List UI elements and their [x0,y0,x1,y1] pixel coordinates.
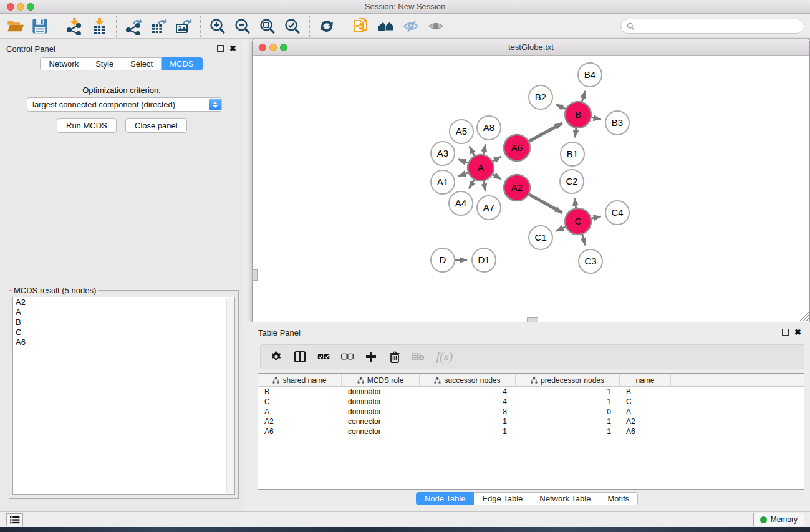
edge-C-C2[interactable] [574,198,576,208]
import-network-button[interactable] [62,15,87,37]
cell-successor-nodes[interactable]: 4 [420,387,516,397]
search-input[interactable] [638,20,804,32]
table-row[interactable]: Adominator80A [258,407,804,417]
cell-MCDS-role[interactable]: connector [342,417,420,427]
export-network-button[interactable] [121,15,146,37]
edge-A-A7[interactable] [483,181,485,191]
node-A4[interactable]: A4 [449,191,473,215]
node-C4[interactable]: C4 [605,201,629,225]
network-window-titlebar[interactable]: testGlobe.txt [253,39,809,56]
edge-A-A2[interactable] [493,175,501,179]
tab-motifs[interactable]: Motifs [599,492,638,505]
cell-name[interactable]: B [620,387,671,397]
edge-A2-C[interactable] [529,195,562,213]
first-neighbors-button[interactable] [374,15,398,37]
edge-C-C4[interactable] [592,216,601,218]
duplicate-network-button[interactable] [349,15,374,37]
cell-predecessor-nodes[interactable]: 1 [516,387,620,397]
cell-predecessor-nodes[interactable]: 0 [516,407,620,417]
node-B[interactable]: B [565,102,591,128]
cell-successor-nodes[interactable]: 8 [420,407,516,417]
delete-table-button[interactable] [407,346,430,368]
save-session-button[interactable] [27,15,52,37]
network-left-grip[interactable] [252,269,258,281]
edge-B-B2[interactable] [556,104,566,109]
tab-network-table[interactable]: Network Table [531,492,599,505]
cell-shared-name[interactable]: A [258,407,342,417]
network-resize-grip[interactable] [800,312,809,321]
tab-edge-table[interactable]: Edge Table [474,492,531,505]
table-row[interactable]: Bdominator41B [258,387,804,397]
edge-A-A6[interactable] [493,157,501,161]
cell-successor-nodes[interactable]: 4 [420,397,516,407]
cell-name[interactable]: A6 [620,427,671,437]
zoom-fit-button[interactable] [255,15,280,37]
zoom-selected-button[interactable] [280,15,305,37]
result-item[interactable]: C [13,327,234,337]
node-B2[interactable]: B2 [529,85,552,109]
function-builder-button[interactable]: f(x) [430,346,459,368]
tab-style[interactable]: Style [87,57,122,70]
node-B3[interactable]: B3 [605,111,629,135]
edge-B-B3[interactable] [592,117,601,119]
delete-column-button[interactable] [383,346,407,368]
cell-MCDS-role[interactable]: dominator [342,397,420,407]
refresh-view-button[interactable] [314,15,339,37]
node-A1[interactable]: A1 [431,170,455,194]
column-header-name[interactable]: name [620,374,671,387]
cell-successor-nodes[interactable]: 1 [420,417,516,427]
open-file-button[interactable] [2,15,27,37]
cell-MCDS-role[interactable]: dominator [342,407,420,417]
node-C1[interactable]: C1 [529,226,552,249]
tab-node-table[interactable]: Node Table [416,492,475,505]
show-all-button[interactable] [423,15,448,37]
edge-C-C1[interactable] [556,227,566,231]
float-table-panel-button[interactable] [782,329,789,336]
edge-B-B4[interactable] [582,91,585,102]
result-item[interactable]: B [13,317,234,327]
node-B1[interactable]: B1 [561,142,584,166]
node-B4[interactable]: B4 [578,63,602,87]
close-panel-icon-button[interactable]: ✖ [229,44,236,53]
result-item[interactable]: A [13,307,234,317]
table-row[interactable]: A6connector11A6 [258,427,804,437]
cell-shared-name[interactable]: A2 [258,417,342,427]
table-settings-button[interactable] [264,346,288,368]
column-header-predecessor-nodes[interactable]: predecessor nodes [516,374,620,387]
network-bottom-grip[interactable] [527,317,538,322]
table-row[interactable]: Cdominator41C [258,397,804,407]
node-A3[interactable]: A3 [431,142,455,165]
node-A[interactable]: A [468,155,494,181]
float-panel-button[interactable] [217,45,224,52]
cell-shared-name[interactable]: C [258,397,342,407]
close-panel-button[interactable]: Close panel [125,118,187,133]
cell-predecessor-nodes[interactable]: 1 [516,427,620,437]
cell-name[interactable]: A [620,407,671,417]
network-graph[interactable]: AA1A2A3A4A5A6A7A8BB1B2B3B4CC1C2C3C4DD1 [253,56,809,322]
result-item[interactable]: A2 [13,297,234,307]
cell-successor-nodes[interactable]: 1 [420,427,516,437]
cell-shared-name[interactable]: A6 [258,427,342,437]
cell-name[interactable]: A2 [620,417,671,427]
criterion-dropdown[interactable]: largest connected component (directed) [27,97,222,112]
node-A8[interactable]: A8 [477,116,501,140]
node-A5[interactable]: A5 [450,120,473,143]
table-row[interactable]: A2connector11A2 [258,417,804,427]
edge-A-A8[interactable] [483,145,485,155]
zoom-out-button[interactable] [230,15,255,37]
node-A6[interactable]: A6 [504,135,530,161]
node-C3[interactable]: C3 [579,249,602,273]
column-browser-button[interactable] [288,346,312,368]
cell-MCDS-role[interactable]: dominator [342,387,420,397]
zoom-in-button[interactable] [205,15,230,37]
column-header-shared-name[interactable]: shared name [258,374,342,387]
tab-select[interactable]: Select [122,57,162,70]
edge-C-C3[interactable] [582,235,586,245]
cell-name[interactable]: C [620,397,671,407]
cell-predecessor-nodes[interactable]: 1 [516,397,620,407]
result-item[interactable]: A6 [13,337,234,347]
deselect-all-checkboxes-button[interactable] [335,346,359,368]
tab-mcds[interactable]: MCDS [162,57,202,70]
node-D1[interactable]: D1 [472,248,496,272]
edge-A-A4[interactable] [469,180,474,188]
